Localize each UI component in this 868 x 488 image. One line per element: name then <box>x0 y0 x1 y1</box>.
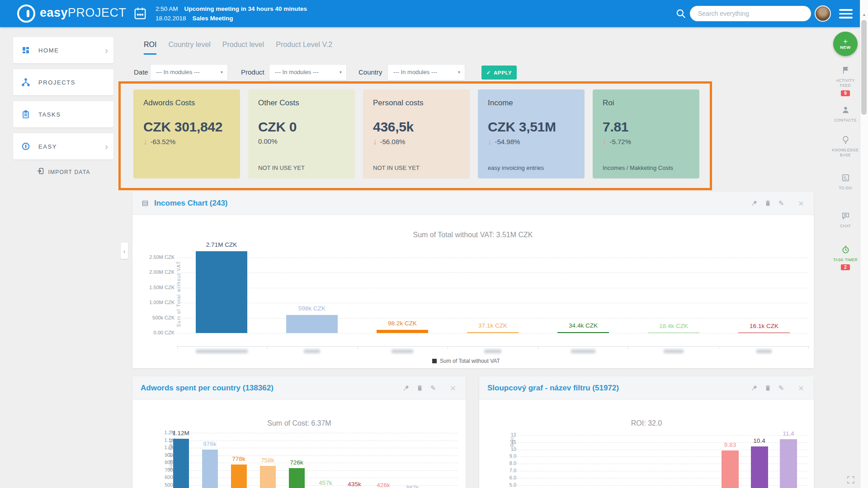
incomes-chart-panel: Incomes Chart (243) ✎ × <box>132 192 814 368</box>
lightbulb-icon <box>841 136 850 146</box>
product-filter-dropdown[interactable]: --- In modules ---▾ <box>269 64 347 80</box>
meeting-notice[interactable]: 2:50 AMUpcoming meeting in 34 hours 40 m… <box>156 4 307 23</box>
collapse-sidebar-chevron[interactable]: ‹ <box>121 243 128 259</box>
sidebar-item-label: TASKS <box>38 111 113 118</box>
tab-product-level[interactable]: Product level <box>222 41 264 55</box>
calendar-icon[interactable] <box>134 7 146 22</box>
close-icon[interactable]: × <box>797 383 806 393</box>
fullscreen-icon[interactable] <box>846 475 855 486</box>
sidebar-item-label: HOME <box>38 47 105 54</box>
chevron-down-icon: ▾ <box>458 65 460 80</box>
logo-text[interactable]: easyPROJECT <box>40 6 127 20</box>
highlight-border <box>118 81 712 190</box>
sidebar-item-tasks[interactable]: TASKS <box>13 101 113 127</box>
upcoming-meeting-text: Upcoming meeting in 34 hours 40 minutes <box>184 4 307 14</box>
widget-list-icon <box>141 200 150 207</box>
date-filter-dropdown[interactable]: --- In modules ---▾ <box>150 64 228 80</box>
scrollbar-thumb[interactable] <box>861 20 867 115</box>
search-icon[interactable] <box>675 8 686 21</box>
plus-icon: + <box>843 38 848 45</box>
timer-clock-icon <box>841 245 850 256</box>
sidebar-item-label: PROJECTS <box>38 79 113 86</box>
edit-pencil-icon[interactable]: ✎ <box>777 385 786 391</box>
search-input[interactable] <box>690 6 827 21</box>
rail-item-label: KNOWLEDGE BASE <box>830 148 860 158</box>
scrollbar: ▲ <box>860 0 868 488</box>
close-icon[interactable]: × <box>448 383 458 393</box>
chevron-down-icon: ▾ <box>340 65 342 80</box>
chevron-right-icon: › <box>105 46 108 55</box>
rail-item-contacts[interactable]: CONTACTS <box>830 106 860 123</box>
import-data-button[interactable]: IMPORT DATA <box>13 167 113 177</box>
rail-item-label: CONTACTS <box>834 118 856 123</box>
panel-header: Incomes Chart (243) ✎ × <box>132 192 814 215</box>
easy-logo-icon <box>21 142 32 151</box>
flag-icon <box>841 66 850 76</box>
projects-icon <box>21 78 32 87</box>
home-grid-icon <box>21 46 32 55</box>
easy-project-dashboard: easyPROJECT 2:50 AMUpcoming meeting in 3… <box>0 0 868 488</box>
date-filter-label: Date <box>134 68 148 76</box>
sidebar-item-home[interactable]: HOME› <box>13 37 113 63</box>
rail-item-label: TASK TIMER <box>833 258 858 263</box>
tab-product-level-v-2[interactable]: Product Level V.2 <box>276 41 332 55</box>
trash-icon[interactable] <box>763 385 772 391</box>
meeting-date: 18.02.2018 <box>156 14 186 23</box>
current-time: 2:50 AM <box>156 4 178 14</box>
rail-item-label: TO-DO <box>839 186 852 191</box>
chat-bubble-icon <box>841 211 850 222</box>
edit-pencil-icon[interactable]: ✎ <box>777 200 786 206</box>
edit-pencil-icon[interactable]: ✎ <box>429 385 438 391</box>
todo-list-icon <box>841 174 850 184</box>
trash-icon[interactable] <box>763 200 772 206</box>
tab-country-level[interactable]: Country level <box>168 41 210 55</box>
check-icon: ✓ <box>486 70 491 76</box>
product-filter-label: Product <box>241 68 264 76</box>
panel-header: Adwords spent per country (138362) ✎ × <box>132 376 466 400</box>
pin-icon[interactable] <box>401 385 410 391</box>
rail-item-activity-feed[interactable]: ACTIVITY FEED9 <box>830 66 860 96</box>
new-button[interactable]: + NEW <box>833 32 858 56</box>
top-bar: easyPROJECT 2:50 AMUpcoming meeting in 3… <box>0 0 868 27</box>
pin-icon[interactable] <box>750 200 759 206</box>
hamburger-menu-icon[interactable] <box>839 9 853 21</box>
tab-roi[interactable]: ROI <box>144 41 156 55</box>
rail-item-chat[interactable]: CHAT <box>830 211 860 229</box>
rail-item-task-timer[interactable]: TASK TIMER2 <box>830 245 860 270</box>
chevron-down-icon: ▾ <box>221 65 223 80</box>
rail-item-knowledge-base[interactable]: KNOWLEDGE BASE <box>830 136 860 158</box>
adwords-chart-panel: Adwords spent per country (138362) ✎ × <box>132 376 466 488</box>
badge-count: 9 <box>841 90 850 96</box>
country-filter-dropdown[interactable]: --- In modules ---▾ <box>387 64 465 80</box>
sidebar-item-label: EASY <box>38 143 105 150</box>
rail-item-label: ACTIVITY FEED <box>830 78 860 89</box>
import-icon <box>37 167 44 177</box>
trash-icon[interactable] <box>415 385 424 391</box>
scroll-up-arrow[interactable]: ▲ <box>860 13 868 17</box>
country-filter-label: Country <box>359 68 382 76</box>
pin-icon[interactable] <box>750 385 759 391</box>
view-tabs: ROICountry levelProduct levelProduct Lev… <box>144 41 332 55</box>
search-box <box>690 6 811 21</box>
apply-button[interactable]: ✓APPLY <box>481 66 517 80</box>
chevron-right-icon: › <box>105 142 108 151</box>
panel-title-link[interactable]: Incomes Chart (243) <box>154 199 228 208</box>
sloupcovy-chart-panel: Sloupcový graf - název filtru (51972) ✎ … <box>479 376 814 488</box>
meeting-name: Sales Meeting <box>193 14 233 23</box>
sidebar-item-projects[interactable]: PROJECTS <box>13 69 113 95</box>
panel-title-link[interactable]: Adwords spent per country (138362) <box>141 384 274 393</box>
panel-title-link[interactable]: Sloupcový graf - název filtru (51972) <box>487 384 619 393</box>
badge-count: 2 <box>841 264 850 270</box>
rail-item-label: CHAT <box>840 224 851 229</box>
tasks-icon <box>21 110 32 119</box>
easy-project-logo-icon[interactable] <box>17 5 35 23</box>
sidebar-item-easy[interactable]: EASY› <box>13 133 113 160</box>
close-icon[interactable]: × <box>797 198 806 208</box>
person-icon <box>841 106 850 116</box>
rail-item-to-do[interactable]: TO-DO <box>830 174 860 191</box>
panel-header: Sloupcový graf - název filtru (51972) ✎ … <box>479 376 814 400</box>
avatar[interactable] <box>815 5 831 22</box>
